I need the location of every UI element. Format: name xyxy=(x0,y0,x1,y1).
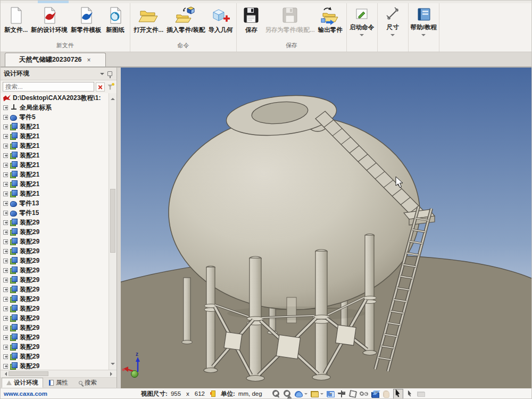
tree-item[interactable]: 零件13 xyxy=(1,198,109,208)
panel-collapse-icon[interactable] xyxy=(100,73,104,77)
tree-expander-icon[interactable] xyxy=(3,326,8,330)
3d-viewport[interactable]: z xyxy=(121,68,531,388)
tree-item[interactable]: 零件5 xyxy=(1,112,109,122)
tree-item[interactable]: 装配29 xyxy=(1,265,109,275)
help-tutorial-button[interactable]: 帮助/教程 xyxy=(409,3,439,52)
tree-item[interactable]: 装配29 xyxy=(1,237,109,246)
select-cursor-icon[interactable] xyxy=(393,389,403,399)
close-icon[interactable]: × xyxy=(86,57,92,63)
wire-cube-icon[interactable] xyxy=(348,389,358,398)
cursor-secondary-icon[interactable] xyxy=(405,389,414,398)
tree-item[interactable]: 装配29 xyxy=(1,246,109,256)
tree-expander-icon[interactable] xyxy=(3,249,8,254)
view-panel-icon[interactable] xyxy=(326,389,335,398)
scroll-left-icon[interactable] xyxy=(3,372,7,376)
tab-properties[interactable]: 属性 xyxy=(44,378,73,388)
search-input[interactable] xyxy=(3,82,94,92)
scroll-up-icon[interactable] xyxy=(111,96,115,100)
tree-item[interactable]: 零件15 xyxy=(1,208,109,218)
tree-expander-icon[interactable] xyxy=(3,259,8,263)
tree-expander-icon[interactable] xyxy=(3,134,8,139)
tree-item[interactable]: 装配21 xyxy=(1,189,109,198)
start-command-button[interactable]: 启动命令 xyxy=(347,3,378,52)
filter-icon[interactable] xyxy=(106,82,114,92)
tab-search[interactable]: 搜索 xyxy=(74,378,102,388)
vertical-scrollbar[interactable] xyxy=(109,93,117,370)
tree-item[interactable]: 装配29 xyxy=(1,323,109,332)
tree-expander-icon[interactable] xyxy=(3,124,8,129)
tree-item[interactable]: 装配21 xyxy=(1,170,109,179)
pan-hand-icon[interactable] xyxy=(382,389,391,398)
tree-expander-icon[interactable] xyxy=(3,306,8,311)
glasses-icon[interactable] xyxy=(360,389,369,398)
export-part-button[interactable]: 输出零件 xyxy=(317,4,344,35)
tree-expander-icon[interactable] xyxy=(3,182,8,187)
tree-item[interactable]: 装配21 xyxy=(1,141,109,151)
tree-expander-icon[interactable] xyxy=(3,335,8,340)
tree-expander-icon[interactable] xyxy=(3,144,8,148)
dimension-button[interactable]: 尺寸 xyxy=(378,3,409,52)
tree-expander-icon[interactable] xyxy=(3,172,8,177)
new-design-env-button[interactable]: 新的设计环境 xyxy=(29,4,69,35)
tree-item[interactable]: D:\Desktop\CAXA2023教程\1: xyxy=(1,93,109,103)
tree-item[interactable]: 装配29 xyxy=(1,304,109,313)
zoom-out-icon[interactable] xyxy=(283,389,292,398)
tree-item[interactable]: 装配29 xyxy=(1,313,109,323)
caxa-link[interactable]: www.caxa.com xyxy=(4,390,47,397)
tree-item[interactable]: 装配29 xyxy=(1,294,109,304)
new-part-template-button[interactable]: 新零件模板 xyxy=(69,4,103,35)
import-geometry-button[interactable]: 导入几何 xyxy=(206,4,234,35)
tree-expander-icon[interactable] xyxy=(3,153,8,158)
tree-expander-icon[interactable] xyxy=(3,278,8,282)
tree-item[interactable]: 装配29 xyxy=(1,256,109,265)
zoom-in-icon[interactable] xyxy=(272,389,281,398)
tree-expander-icon[interactable] xyxy=(3,364,8,369)
tree-expander-icon[interactable] xyxy=(3,230,8,235)
shaded-cube-icon[interactable] xyxy=(371,389,380,398)
tree-expander-icon[interactable] xyxy=(3,345,8,350)
tree-expander-icon[interactable] xyxy=(3,316,8,321)
view-cylinder-icon[interactable] xyxy=(294,389,308,398)
tree-expander-icon[interactable] xyxy=(3,163,8,168)
tree-item[interactable]: 装配21 xyxy=(1,131,109,141)
tree-item[interactable]: 装配29 xyxy=(1,352,109,361)
tree-item[interactable]: 全局坐标系 xyxy=(1,103,109,112)
tree-expander-icon[interactable] xyxy=(3,268,8,273)
tree-item[interactable]: 装配29 xyxy=(1,342,109,352)
scrollbar-thumb[interactable] xyxy=(9,371,48,376)
tree-item[interactable]: 装配21 xyxy=(1,122,109,131)
view-box-yellow-icon[interactable] xyxy=(310,389,324,398)
panel-splitter[interactable] xyxy=(117,68,121,388)
scrollbar-thumb[interactable] xyxy=(110,189,115,253)
tree-item[interactable]: 装配29 xyxy=(1,285,109,294)
clear-search-button[interactable] xyxy=(96,82,105,92)
tree-item[interactable]: 装配29 xyxy=(1,361,109,370)
tree-expander-icon[interactable] xyxy=(3,220,8,225)
tree-expander-icon[interactable] xyxy=(3,105,8,110)
tree-expander-icon[interactable] xyxy=(3,239,8,244)
insert-part-button[interactable]: 插入零件/装配 xyxy=(165,4,206,35)
new-file-button[interactable]: 新文件... xyxy=(3,4,29,35)
tree-expander-icon[interactable] xyxy=(3,192,8,196)
tree-expander-icon[interactable] xyxy=(3,201,8,206)
tree-expander-icon[interactable] xyxy=(3,115,8,120)
tree-item[interactable]: 装配29 xyxy=(1,332,109,342)
tree-item[interactable]: 装配21 xyxy=(1,151,109,160)
new-drawing-button[interactable]: 新图纸 xyxy=(103,4,128,35)
scroll-down-icon[interactable] xyxy=(111,363,115,367)
save-button[interactable]: 保存 xyxy=(239,4,263,35)
tree-item[interactable]: 装配29 xyxy=(1,275,109,285)
tree-expander-icon[interactable] xyxy=(3,287,8,292)
tree-item[interactable]: 装配29 xyxy=(1,227,109,237)
tree-item[interactable]: 装配21 xyxy=(1,160,109,170)
scroll-right-icon[interactable] xyxy=(110,372,114,376)
move-axes-icon[interactable] xyxy=(337,389,346,398)
open-file-button[interactable]: 打开文件... xyxy=(132,4,165,35)
tree-expander-icon[interactable] xyxy=(3,354,8,359)
tree-item[interactable]: 装配29 xyxy=(1,218,109,227)
tree-item[interactable]: 装配21 xyxy=(1,179,109,189)
tree-expander-icon[interactable] xyxy=(3,297,8,302)
horizontal-scrollbar[interactable] xyxy=(1,370,117,378)
measure-icon[interactable] xyxy=(417,389,426,398)
save-as-button[interactable]: 另存为零件/装配... xyxy=(263,4,316,35)
